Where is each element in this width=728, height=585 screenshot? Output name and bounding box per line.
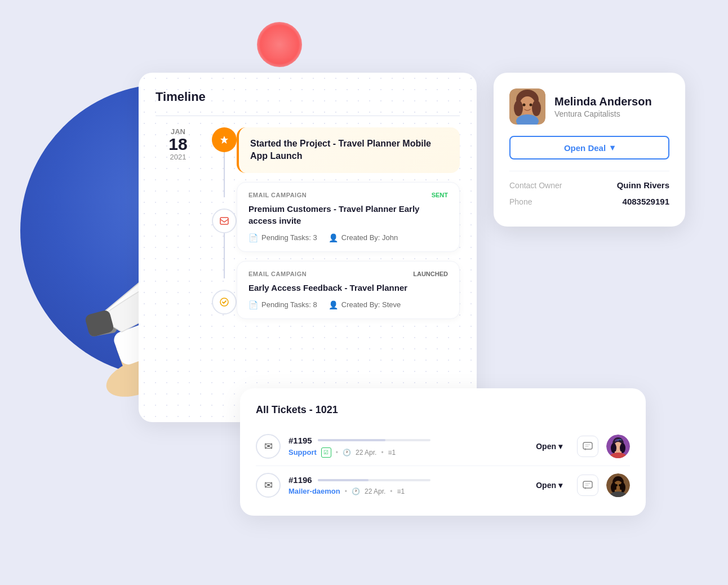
timeline-item-campaign-1: EMAIL CAMPAIGN SENT Premium Customers - … bbox=[237, 182, 460, 252]
ticket-1195-progress bbox=[318, 439, 430, 441]
sep-2: • bbox=[381, 449, 383, 457]
campaign-2-title: Early Access Feedback - Travel Planner bbox=[248, 282, 448, 294]
campaign-1-creator: 👤 Created By: John bbox=[329, 233, 398, 242]
timeline-date: JAN 18 2021 bbox=[156, 127, 201, 319]
ticket-1196-date: 22 Apr. bbox=[365, 488, 385, 495]
project-title: Started the Project - Travel Planner Mob… bbox=[250, 138, 449, 163]
campaign-1-tasks: 📄 Pending Tasks: 3 bbox=[248, 233, 317, 242]
chevron-down-icon: ▾ bbox=[610, 143, 615, 153]
campaign-2-status: LAUNCHED bbox=[413, 271, 448, 277]
ticket-1195-number: #1195 bbox=[288, 436, 312, 445]
timeline-line-2 bbox=[224, 233, 225, 278]
ticket-1195-tag: Support bbox=[288, 448, 317, 457]
ticket-1196-progress bbox=[318, 479, 430, 481]
ticket-1196-avatar bbox=[606, 473, 630, 497]
ticket-1196-tag: Mailer-daemon bbox=[288, 487, 340, 495]
date-day: 18 bbox=[168, 136, 187, 153]
ticket-1196-info: #1196 Mailer-daemon • 🕐 22 Apr. • ≡1 bbox=[288, 475, 521, 495]
ticket-1196-status-button[interactable]: Open ▾ bbox=[529, 477, 569, 493]
svg-point-13 bbox=[532, 100, 541, 116]
contact-name: Melinda Anderson bbox=[554, 95, 652, 108]
background-blob bbox=[257, 22, 302, 67]
contact-company: Ventura Capitalists bbox=[554, 109, 652, 118]
ticket-1196-chevron-icon: ▾ bbox=[558, 481, 562, 490]
timeline-icons-column bbox=[212, 127, 237, 319]
svg-point-16 bbox=[523, 104, 526, 107]
project-start-icon bbox=[212, 127, 237, 152]
ticket-1196-number: #1196 bbox=[288, 475, 312, 485]
tickets-card: All Tickets - 1021 ✉ #1195 Support ☑ • 🕐… bbox=[240, 388, 646, 516]
open-deal-label: Open Deal bbox=[564, 143, 606, 153]
campaign-1-icon bbox=[212, 209, 237, 233]
open-deal-button[interactable]: Open Deal ▾ bbox=[509, 136, 669, 159]
timeline-item-project: Started the Project - Travel Planner Mob… bbox=[237, 127, 460, 173]
contact-card: Melinda Anderson Ventura Capitalists Ope… bbox=[494, 73, 685, 227]
timeline-item-campaign-2: EMAIL CAMPAIGN LAUNCHED Early Access Fee… bbox=[237, 261, 460, 319]
ticket-1195-avatar bbox=[606, 435, 630, 458]
tasks-icon-1: 📄 bbox=[248, 233, 258, 242]
contact-field-owner: Contact Owner Quinn Rivers bbox=[509, 180, 669, 190]
person-icon-2: 👤 bbox=[329, 300, 338, 309]
ticket-row-1195: ✉ #1195 Support ☑ • 🕐 22 Apr. • ≡1 bbox=[256, 427, 630, 466]
contact-field-phone: Phone 4083529191 bbox=[509, 197, 669, 206]
sep-1: • bbox=[336, 449, 338, 457]
ticket-1196-chat-button[interactable] bbox=[577, 475, 598, 496]
ticket-row-1196: ✉ #1196 Mailer-daemon • 🕐 22 Apr. • ≡1 bbox=[256, 466, 630, 504]
sep-3: • bbox=[345, 488, 347, 495]
sep-4: • bbox=[390, 488, 392, 495]
svg-point-12 bbox=[514, 100, 523, 116]
phone-value: 4083529191 bbox=[623, 197, 669, 206]
campaign-1-status: SENT bbox=[432, 192, 448, 198]
timeline-items-list: Started the Project - Travel Planner Mob… bbox=[237, 127, 460, 319]
timeline-line-1 bbox=[224, 152, 225, 197]
svg-point-17 bbox=[530, 104, 532, 107]
ticket-1195-date: 22 Apr. bbox=[356, 449, 376, 457]
ticket-1196-status-label: Open bbox=[536, 481, 556, 490]
svg-point-35 bbox=[619, 484, 621, 486]
ticket-1195-chat-button[interactable] bbox=[577, 436, 598, 457]
clock-icon-1: 🕐 bbox=[343, 449, 351, 457]
ticket-1195-count: ≡1 bbox=[388, 449, 396, 457]
campaign-2-creator: 👤 Created By: Steve bbox=[329, 300, 401, 309]
timeline-divider bbox=[156, 116, 460, 116]
ticket-1195-envelope-icon: ✉ bbox=[256, 434, 281, 459]
contact-avatar bbox=[509, 88, 545, 125]
tasks-icon-2: 📄 bbox=[248, 300, 258, 309]
ticket-1195-info: #1195 Support ☑ • 🕐 22 Apr. • ≡1 bbox=[288, 436, 521, 458]
timeline-title: Timeline bbox=[156, 90, 460, 104]
ticket-1196-envelope-icon: ✉ bbox=[256, 473, 281, 498]
svg-rect-26 bbox=[583, 481, 592, 488]
campaign-1-type: EMAIL CAMPAIGN bbox=[248, 192, 307, 198]
timeline-card: Timeline JAN 18 2021 bbox=[139, 73, 477, 422]
ticket-1195-tag-icon: ☑ bbox=[321, 447, 331, 458]
campaign-2-type: EMAIL CAMPAIGN bbox=[248, 271, 307, 277]
owner-label: Contact Owner bbox=[509, 181, 562, 190]
ticket-1196-count: ≡1 bbox=[397, 488, 405, 495]
campaign-2-icon bbox=[212, 290, 237, 314]
phone-label: Phone bbox=[509, 197, 532, 206]
svg-rect-7 bbox=[220, 218, 228, 224]
person-icon-1: 👤 bbox=[329, 233, 338, 242]
ticket-1195-status-button[interactable]: Open ▾ bbox=[529, 438, 569, 454]
campaign-1-title: Premium Customers - Travel Planner Early… bbox=[248, 203, 448, 227]
tickets-title: All Tickets - 1021 bbox=[256, 404, 630, 416]
ticket-1195-chevron-icon: ▾ bbox=[558, 442, 562, 451]
date-year: 2021 bbox=[168, 153, 187, 161]
clock-icon-2: 🕐 bbox=[352, 488, 360, 495]
owner-value: Quinn Rivers bbox=[617, 180, 669, 190]
campaign-2-tasks: 📄 Pending Tasks: 8 bbox=[248, 300, 317, 309]
svg-rect-18 bbox=[583, 442, 592, 449]
contact-divider bbox=[509, 171, 669, 171]
ticket-1195-status-label: Open bbox=[536, 442, 556, 451]
svg-point-34 bbox=[615, 484, 618, 486]
